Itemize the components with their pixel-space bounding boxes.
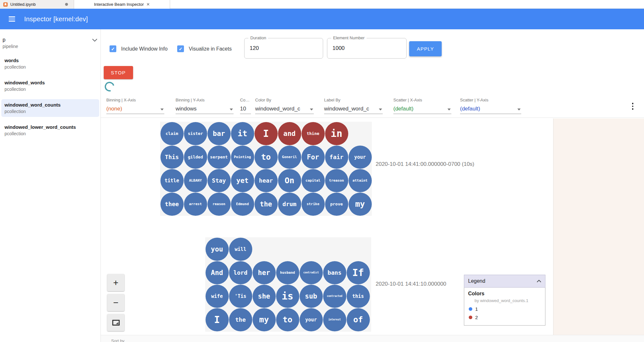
select-value: 10 [240, 106, 251, 112]
notebook-icon [3, 2, 8, 7]
word-bubble[interactable]: And [206, 261, 229, 284]
element-number-field[interactable]: Element Number [327, 38, 407, 59]
word-bubble[interactable]: she [253, 285, 276, 308]
pcollection-name: words [5, 58, 96, 63]
select-scatter-x-axis[interactable]: Scatter | X-Axis(default) [393, 98, 451, 114]
facet-group: claimsisterbaritIandthineinThisgildedser… [160, 122, 372, 216]
word-bubble[interactable]: sister [184, 122, 207, 145]
word-bubble[interactable]: contracted [323, 285, 346, 308]
word-bubble[interactable]: yet [231, 169, 254, 192]
word-bubble[interactable]: the [229, 308, 252, 331]
word-bubble[interactable]: the [255, 193, 278, 216]
word-bubble[interactable]: fair [325, 146, 348, 169]
word-bubble[interactable]: serpent [207, 146, 231, 169]
word-bubble[interactable]: to [255, 146, 278, 169]
word-bubble[interactable]: bans [323, 261, 346, 284]
select-color-by[interactable]: Color Bywindowed_word_c [255, 98, 314, 114]
word-bubble[interactable]: strike [302, 193, 325, 216]
element-number-input[interactable] [332, 45, 399, 52]
word-bubble[interactable]: lord [229, 261, 252, 284]
word-bubble[interactable]: prove [325, 193, 348, 216]
word-bubble[interactable]: wife [206, 285, 229, 308]
word-bubble[interactable]: This [160, 146, 184, 169]
word-bubble[interactable]: of [347, 308, 370, 331]
word-bubble[interactable]: I [255, 122, 278, 145]
word-bubble[interactable]: thee [160, 193, 184, 216]
word-bubble[interactable]: Stay [207, 169, 231, 192]
word-bubble[interactable]: her [253, 261, 276, 284]
sidebar-item-words[interactable]: wordspcollection [1, 55, 99, 72]
word-bubble[interactable]: arrest [184, 193, 207, 216]
pipeline-root[interactable]: p pipeline [0, 29, 101, 49]
word-bubble[interactable]: ALBANY [184, 169, 207, 192]
checkbox-label: Include Window Info [121, 46, 168, 52]
word-bubble[interactable]: my [253, 308, 276, 331]
checkbox-label: Visualize in Facets [189, 46, 232, 52]
window-timestamp: 2020-10-01 14:41:00.000000-0700 (10s) [376, 161, 474, 167]
duration-field[interactable]: Duration [244, 38, 323, 59]
word-bubble[interactable]: Goneril [278, 146, 301, 169]
word-bubble[interactable]: If [347, 261, 370, 284]
word-bubble[interactable]: sub [300, 285, 323, 308]
word-bubble[interactable]: Pointing [231, 146, 254, 169]
word-bubble[interactable]: I [206, 308, 229, 331]
word-bubble[interactable]: treason [325, 169, 348, 192]
word-bubble[interactable]: this [347, 285, 370, 308]
word-bubble[interactable]: attaint [349, 169, 372, 192]
word-bubble[interactable]: thine [302, 122, 325, 145]
hamburger-menu-icon[interactable] [9, 16, 15, 22]
apply-button[interactable]: APPLY [409, 41, 442, 56]
word-bubble[interactable]: contradict [300, 261, 323, 284]
select-binning-x-axis[interactable]: Binning | X-Axis(none) [106, 98, 164, 114]
legend-header[interactable]: Legend [464, 275, 545, 288]
checkbox-include-window-info[interactable]: ✓ [110, 45, 116, 52]
word-bubble[interactable]: it [231, 122, 254, 145]
word-bubble[interactable]: gilded [184, 146, 207, 169]
duration-input[interactable] [250, 45, 316, 52]
tab-untitled-notebook[interactable]: Untitled.ipynb [0, 0, 74, 9]
bubble-row: theearrestreasonEdmundthedrumstrikeprove… [160, 192, 372, 216]
word-bubble[interactable]: and [278, 122, 301, 145]
zoom-in-button[interactable]: + [107, 274, 124, 291]
stop-button[interactable]: STOP [104, 66, 133, 79]
word-bubble[interactable]: hear [255, 169, 278, 192]
word-bubble[interactable]: your [349, 146, 372, 169]
word-bubble[interactable]: bar [207, 122, 231, 145]
word-bubble[interactable]: drum [278, 193, 301, 216]
sidebar-item-windowed-word-counts[interactable]: windowed_word_countspcollection [1, 99, 99, 117]
word-bubble[interactable]: to [276, 308, 299, 331]
fit-screen-icon [112, 319, 120, 326]
kebab-menu-icon[interactable] [631, 101, 635, 111]
word-bubble[interactable]: will [229, 238, 252, 261]
select-scatter-y-axis[interactable]: Scatter | Y-Axis(default) [460, 98, 521, 114]
checkbox-item-include-window-info: ✓Include Window Info [110, 45, 168, 52]
word-bubble[interactable]: 'Tis [229, 285, 252, 308]
select-value: (default) [393, 106, 446, 112]
word-bubble[interactable]: your [300, 308, 323, 331]
word-bubble[interactable]: claim [160, 122, 184, 145]
word-bubble[interactable]: you [206, 238, 229, 261]
word-bubble[interactable]: capital [302, 169, 325, 192]
word-bubble[interactable]: On [278, 169, 301, 192]
fit-to-screen-button[interactable] [107, 314, 124, 331]
select-binning-y-axis[interactable]: Binning | Y-Axiswindows [176, 98, 234, 114]
word-bubble[interactable]: Edmund [231, 193, 254, 216]
word-bubble[interactable]: For [302, 146, 325, 169]
checkbox-visualize-in-facets[interactable]: ✓ [177, 45, 184, 52]
sidebar-item-windowed-lower-word-counts[interactable]: windowed_lower_word_countspcollection [1, 121, 99, 139]
sidebar-item-windowed-words[interactable]: windowed_wordspcollection [1, 77, 99, 95]
word-bubble[interactable]: is [276, 285, 299, 308]
zoom-out-button[interactable]: − [107, 294, 124, 311]
word-bubble[interactable]: husband [276, 261, 299, 284]
word-bubble[interactable]: interest [323, 308, 346, 331]
close-icon[interactable]: ✕ [146, 2, 150, 7]
select-cou[interactable]: Cou…10 [240, 98, 251, 114]
word-bubble[interactable]: in [325, 122, 348, 145]
tab-interactive-beam-inspector[interactable]: Interactive Beam Inspector ✕ [74, 0, 170, 9]
word-bubble[interactable]: title [160, 169, 184, 192]
word-bubble[interactable]: reason [207, 193, 231, 216]
pcollection-type: pcollection [5, 87, 96, 92]
select-label-by[interactable]: Label Bywindowed_word_c [324, 98, 383, 114]
dropdown-arrow-icon [379, 109, 382, 110]
word-bubble[interactable]: my [349, 193, 372, 216]
